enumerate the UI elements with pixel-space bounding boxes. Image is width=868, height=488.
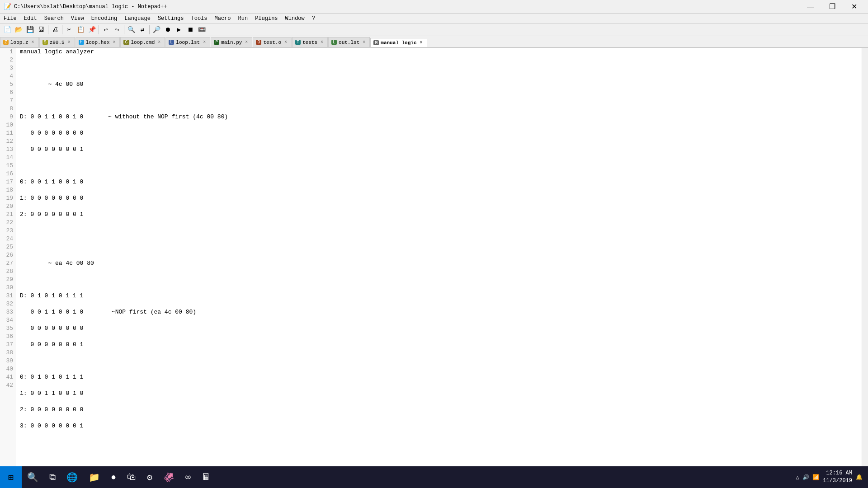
redo-button[interactable]: ↪ bbox=[112, 24, 123, 35]
minimize-button[interactable]: — bbox=[800, 0, 821, 14]
tab-close-2[interactable]: × bbox=[111, 40, 117, 45]
tab-close-3[interactable]: × bbox=[156, 40, 162, 45]
menu-item-window[interactable]: Window bbox=[282, 14, 308, 23]
line-number-7: 7 bbox=[3, 97, 13, 105]
line-number-6: 6 bbox=[3, 89, 13, 97]
record-button[interactable]: ⏺ bbox=[162, 24, 173, 35]
print-button[interactable]: 🖨 bbox=[50, 24, 61, 35]
tab-out.lst[interactable]: Lout.lst× bbox=[328, 37, 370, 47]
new-button[interactable]: 📄 bbox=[2, 24, 13, 35]
line-number-13: 13 bbox=[3, 145, 13, 154]
start-button[interactable]: ⊞ bbox=[0, 466, 22, 488]
menu-item-macro[interactable]: Macro bbox=[211, 14, 235, 23]
zoom-in-button[interactable]: 🔎 bbox=[151, 24, 162, 35]
line-number-28: 28 bbox=[3, 267, 13, 276]
menu-item-tools[interactable]: Tools bbox=[187, 14, 211, 23]
line-number-25: 25 bbox=[3, 243, 13, 251]
code-line-21: 0: 0 1 0 1 0 1 1 1 bbox=[18, 373, 860, 381]
tab-label-0: loop.z bbox=[10, 40, 28, 45]
line-number-16: 16 bbox=[3, 170, 13, 178]
code-area[interactable]: manual logic analyzer ~ 4c 00 80 D: 0 0 … bbox=[16, 48, 862, 475]
taskbar-git[interactable]: 🦑 bbox=[158, 466, 180, 488]
system-tray: △ 🔊 📶 bbox=[796, 474, 820, 481]
menu-item-file[interactable]: File bbox=[0, 14, 20, 23]
tab-test.o[interactable]: Otest.o× bbox=[253, 37, 292, 47]
notification-icon[interactable]: 🔔 bbox=[856, 474, 863, 481]
tab-icon-4: L bbox=[169, 40, 174, 45]
tab-close-4[interactable]: × bbox=[202, 40, 207, 45]
taskbar-explorer[interactable]: 📁 bbox=[83, 466, 105, 488]
line-number-10: 10 bbox=[3, 121, 13, 129]
save-all-button[interactable]: 🖫 bbox=[36, 24, 47, 35]
taskbar-search[interactable]: 🔍 bbox=[22, 466, 44, 488]
open-button[interactable]: 📂 bbox=[13, 24, 24, 35]
code-line-8 bbox=[18, 162, 860, 170]
replace-button[interactable]: ⇄ bbox=[137, 24, 148, 35]
line-number-38: 38 bbox=[3, 349, 13, 357]
menu-item-plugins[interactable]: Plugins bbox=[251, 14, 281, 23]
taskbar-store[interactable]: 🛍 bbox=[122, 466, 142, 488]
menu-item-encoding[interactable]: Encoding bbox=[88, 14, 121, 23]
undo-button[interactable]: ↩ bbox=[100, 24, 111, 35]
tab-loop.z[interactable]: Zloop.z× bbox=[0, 37, 39, 47]
taskbar-edge[interactable]: 🌐 bbox=[61, 466, 83, 488]
find-button[interactable]: 🔍 bbox=[126, 24, 137, 35]
code-line-10: 1: 0 0 0 0 0 0 0 0 bbox=[18, 194, 860, 202]
tab-loop.hex[interactable]: Hloop.hex× bbox=[75, 37, 120, 47]
taskbar-taskview[interactable]: ⧉ bbox=[44, 466, 61, 488]
clock[interactable]: 12:16 AM 11/3/2019 bbox=[823, 469, 852, 485]
code-line-18: 0 0 0 0 0 0 0 0 bbox=[18, 324, 860, 333]
cut-button[interactable]: ✂ bbox=[64, 24, 75, 35]
stop-button[interactable]: ⏹ bbox=[185, 24, 196, 35]
menu-item-run[interactable]: Run bbox=[235, 14, 252, 23]
line-number-19: 19 bbox=[3, 194, 13, 202]
menu-item-settings[interactable]: Settings bbox=[154, 14, 188, 23]
tab-close-9[interactable]: × bbox=[419, 40, 424, 46]
line-number-15: 15 bbox=[3, 162, 13, 170]
tab-close-8[interactable]: × bbox=[361, 40, 367, 45]
maximize-button[interactable]: ❐ bbox=[822, 0, 843, 14]
tab-close-7[interactable]: × bbox=[319, 40, 325, 45]
tab-close-5[interactable]: × bbox=[244, 40, 249, 45]
line-numbers: 1234567891011121314151617181920212223242… bbox=[0, 48, 16, 475]
play-button[interactable]: ▶ bbox=[174, 24, 184, 35]
savemacro-button[interactable]: 📼 bbox=[196, 24, 207, 35]
tab-manual-logic[interactable]: Mmanual logic× bbox=[370, 38, 427, 48]
close-button[interactable]: ✕ bbox=[844, 0, 864, 14]
paste-button[interactable]: 📌 bbox=[86, 24, 97, 35]
menu-item-view[interactable]: View bbox=[67, 14, 88, 23]
taskbar-arduino[interactable]: ∞ bbox=[180, 466, 196, 488]
vertical-scrollbar[interactable] bbox=[862, 48, 868, 475]
line-number-34: 34 bbox=[3, 316, 13, 324]
code-line-22: 1: 0 0 1 1 0 0 1 0 bbox=[18, 389, 860, 398]
tab-loop.lst[interactable]: Lloop.lst× bbox=[165, 37, 210, 47]
taskbar-chrome[interactable]: ● bbox=[105, 466, 122, 488]
line-number-26: 26 bbox=[3, 251, 13, 259]
save-button[interactable]: 💾 bbox=[24, 24, 35, 35]
tab-tests[interactable]: Ttests× bbox=[292, 37, 328, 47]
menu-item-edit[interactable]: Edit bbox=[20, 14, 41, 23]
line-number-21: 21 bbox=[3, 211, 13, 219]
menu-item-?[interactable]: ? bbox=[308, 14, 319, 23]
menu-item-language[interactable]: Language bbox=[121, 14, 154, 23]
code-line-12 bbox=[18, 227, 860, 235]
line-number-3: 3 bbox=[3, 64, 13, 72]
taskbar-calc[interactable]: 🖩 bbox=[196, 466, 216, 488]
tab-label-7: tests bbox=[302, 40, 317, 45]
tab-label-8: out.lst bbox=[339, 40, 359, 45]
tab-label-2: loop.hex bbox=[86, 40, 110, 45]
tab-close-1[interactable]: × bbox=[66, 40, 72, 45]
code-line-15 bbox=[18, 276, 860, 284]
clock-time: 12:16 AM bbox=[823, 469, 852, 477]
menu-item-search[interactable]: Search bbox=[41, 14, 67, 23]
taskbar-devtools[interactable]: ⚙ bbox=[142, 466, 158, 488]
line-number-9: 9 bbox=[3, 113, 13, 121]
tab-close-0[interactable]: × bbox=[30, 40, 36, 45]
toolbar: 📄 📂 💾 🖫 🖨 ✂ 📋 📌 ↩ ↪ 🔍 ⇄ 🔎 ⏺ ▶ ⏹ 📼 bbox=[0, 23, 868, 36]
tab-close-6[interactable]: × bbox=[283, 40, 288, 45]
toolbar-separator-1 bbox=[48, 25, 48, 34]
copy-button[interactable]: 📋 bbox=[75, 24, 86, 35]
tab-z80.s[interactable]: Sz80.S× bbox=[39, 37, 75, 47]
tab-main.py[interactable]: Pmain.py× bbox=[211, 37, 252, 47]
tab-loop.cmd[interactable]: Cloop.cmd× bbox=[120, 37, 165, 47]
